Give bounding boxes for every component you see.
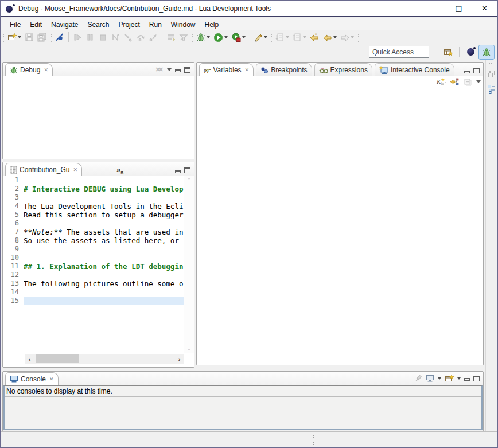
maximize-view-icon[interactable] [473,376,480,381]
open-perspective-button[interactable] [441,45,456,59]
line-text[interactable] [24,193,184,202]
line-text[interactable]: So use the assets as listed here, or [24,236,184,245]
menu-search[interactable]: Search [83,20,114,30]
scroll-down-icon[interactable]: ⌄ [187,346,192,352]
variables-view: (x)= Variables ✕ Breakpoints x= Expressi… [196,62,484,365]
console-content[interactable]: No consoles to display at this time. [3,385,483,430]
scroll-right-icon[interactable]: › [174,356,184,363]
close-icon[interactable]: ✕ [48,376,54,382]
menu-file[interactable]: File [5,20,25,30]
open-console-dropdown[interactable] [457,377,461,380]
perspective-toolbar [1,44,497,60]
restore-view-icon[interactable] [487,70,496,79]
minimize-view-icon[interactable] [175,69,181,72]
line-text[interactable]: The following pictures outline some o [24,279,184,288]
line-text[interactable]: ## 1. Explanation of the LDT debuggin [24,262,184,271]
outline-view-icon[interactable] [487,84,496,94]
expressions-glasses-icon: x= [319,67,328,74]
window-controls: – □ ✕ [420,1,497,16]
debug-button[interactable] [194,31,212,44]
maximize-view-icon[interactable] [184,67,190,73]
menu-window[interactable]: Window [166,20,200,30]
external-tools-button[interactable] [229,31,247,44]
back-history-button[interactable] [321,31,339,44]
line-text[interactable] [24,219,184,228]
view-menu-icon[interactable] [476,80,481,83]
line-text[interactable]: # Interactive DEBUG using Lua Develop [24,185,184,193]
menu-navigate[interactable]: Navigate [46,20,83,30]
line-text[interactable]: Read this section to setup a debugger [24,211,184,219]
tab-breakpoints[interactable]: Breakpoints [256,63,312,76]
close-window-button[interactable]: ✕ [472,1,497,16]
scrollbar-thumb[interactable] [36,354,79,363]
new-wizard-icon [7,33,17,42]
code-area[interactable]: 12# Interactive DEBUG using Lua Develop3… [3,176,184,353]
show-logical-structures-icon[interactable] [450,77,460,86]
debug-dropdown[interactable] [207,36,210,38]
editor-horizontal-scrollbar[interactable]: ‹ › [25,354,184,364]
hidden-editors-chevron[interactable]: »5 [116,165,123,176]
minimize-view-icon[interactable] [464,71,470,73]
line-text[interactable] [24,245,184,254]
tab-console[interactable]: Console ✕ [5,372,59,385]
minimize-view-icon[interactable] [175,170,181,173]
tab-interactive-console[interactable]: Interactive Console [375,63,454,76]
minimize-window-button[interactable]: – [420,1,446,16]
line-number: 7 [3,228,24,236]
close-icon[interactable]: ✕ [72,167,77,173]
line-text[interactable]: The Lua Development Tools in the Ecli [24,202,184,211]
tab-label: Breakpoints [271,66,307,74]
line-text[interactable] [24,288,184,297]
toolbar-group-separator [270,33,273,42]
display-selected-console-icon[interactable] [426,375,434,383]
maximize-view-icon[interactable] [184,167,190,173]
new-wizard-button[interactable] [6,31,23,44]
tab-contribution-guide[interactable]: Contribution_Gu ✕ [5,163,82,176]
tab-debug[interactable]: Debug ✕ [5,63,53,76]
highlighter-dropdown[interactable] [264,36,267,38]
menu-edit[interactable]: Edit [25,20,46,30]
editor-line: 12 [3,271,184,279]
last-edit-location-button[interactable]: * [308,31,321,44]
trim-drag-handle[interactable] [488,63,496,64]
menu-run[interactable]: Run [145,20,166,30]
menu-project[interactable]: Project [114,20,144,30]
lua-perspective-button[interactable] [463,45,478,59]
skip-all-breakpoints-button[interactable] [53,31,66,44]
line-text[interactable] [24,271,184,279]
toolbar-separator [68,32,69,42]
open-console-icon[interactable] [445,374,454,383]
line-text[interactable] [24,254,184,262]
line-number: 3 [3,193,24,202]
open-perspective-icon [443,48,453,57]
external-tools-dropdown[interactable] [242,36,246,38]
menu-help[interactable]: Help [200,20,224,30]
close-icon[interactable]: ✕ [42,67,48,73]
maximize-window-button[interactable]: □ [446,1,472,16]
scroll-left-icon[interactable]: ‹ [25,356,34,363]
maximize-view-icon[interactable] [473,68,480,73]
run-button[interactable] [212,31,229,44]
highlighter-button[interactable] [252,31,269,44]
debug-perspective-button[interactable] [479,45,494,59]
line-number: 10 [3,254,24,262]
show-type-names-icon[interactable]: K [436,77,446,86]
run-dropdown[interactable] [224,36,228,38]
quick-access-input[interactable] [369,46,429,58]
tab-variables[interactable]: (x)= Variables ✕ [199,63,254,76]
line-text[interactable] [24,297,184,305]
view-menu-icon[interactable] [167,68,172,71]
close-icon[interactable]: ✕ [244,67,250,73]
code-segment: So use the assets as listed here, or [24,236,183,245]
line-text[interactable]: **Note:** The assets that are used in [24,228,184,236]
editor-vertical-scrollbar[interactable]: ⌃ ⌄ [184,176,194,353]
back-history-dropdown[interactable] [333,36,337,38]
scroll-up-icon[interactable]: ⌃ [187,177,192,183]
tab-expressions[interactable]: x= Expressions [314,63,372,76]
minimize-view-icon[interactable] [464,378,470,381]
display-console-dropdown[interactable] [438,377,441,380]
new-wizard-dropdown[interactable] [18,36,21,38]
remove-all-terminated-icon: ✕✕ [155,66,164,73]
status-drag-handle[interactable] [313,435,314,445]
line-text[interactable] [24,176,184,185]
